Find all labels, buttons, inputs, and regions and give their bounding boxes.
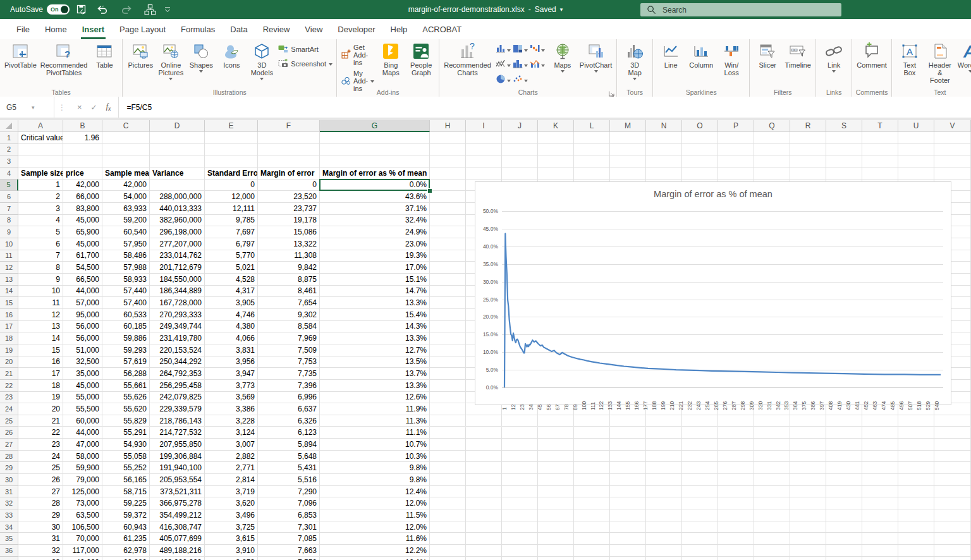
- cell-A30[interactable]: 26: [18, 474, 63, 486]
- cell[interactable]: [430, 309, 466, 321]
- cell[interactable]: [502, 486, 538, 498]
- cell[interactable]: [682, 415, 718, 427]
- cell-E14[interactable]: 4,317: [205, 286, 258, 298]
- cell-C27[interactable]: 54,930: [102, 439, 150, 451]
- cell-D15[interactable]: 167,728,000: [150, 297, 205, 309]
- insert-function-icon[interactable]: fx: [106, 102, 111, 112]
- slicer-button[interactable]: Slicer: [752, 41, 783, 70]
- cell[interactable]: [430, 474, 466, 486]
- cell-A11[interactable]: 7: [18, 250, 63, 262]
- column-header-B[interactable]: B: [63, 120, 102, 132]
- cell[interactable]: [430, 344, 466, 356]
- chevron-down-icon[interactable]: [541, 49, 545, 52]
- cell[interactable]: [430, 545, 466, 557]
- cell[interactable]: [934, 462, 971, 474]
- cell-F20[interactable]: 7,753: [258, 356, 320, 368]
- cell[interactable]: [898, 427, 934, 439]
- cell-D18[interactable]: 231,419,780: [150, 332, 205, 344]
- cell-A7[interactable]: 3: [18, 203, 63, 215]
- cell-G32[interactable]: 12.0%: [320, 497, 430, 509]
- maps-button[interactable]: Maps: [547, 41, 578, 73]
- cell[interactable]: [682, 521, 718, 533]
- cell[interactable]: [574, 155, 610, 167]
- row-header-13[interactable]: 13: [0, 274, 18, 286]
- chevron-down-icon[interactable]: [507, 80, 511, 82]
- row-header-10[interactable]: 10: [0, 238, 18, 250]
- cell[interactable]: [934, 557, 971, 560]
- cell-A6[interactable]: 2: [18, 191, 63, 203]
- cell-E35[interactable]: 3,615: [205, 533, 258, 545]
- cell[interactable]: [538, 486, 574, 498]
- cell[interactable]: [934, 415, 971, 427]
- qat-customize-button[interactable]: [163, 0, 172, 19]
- cell[interactable]: [574, 521, 610, 533]
- row-header-8[interactable]: 8: [0, 215, 18, 227]
- cell[interactable]: [538, 167, 574, 180]
- cell-D23[interactable]: 242,079,825: [150, 392, 205, 404]
- cell-A20[interactable]: 16: [18, 356, 63, 368]
- cell[interactable]: [466, 521, 502, 533]
- cell-D10[interactable]: 277,207,000: [150, 238, 205, 250]
- cell-D7[interactable]: 440,013,333: [150, 203, 205, 215]
- cell[interactable]: [790, 439, 826, 451]
- cell[interactable]: [430, 238, 466, 250]
- column-header-F[interactable]: F: [258, 120, 320, 132]
- cell-E7[interactable]: 12,111: [205, 203, 258, 215]
- cell[interactable]: [574, 415, 610, 427]
- line-button[interactable]: Line: [656, 41, 686, 70]
- cell-E6[interactable]: 12,000: [205, 191, 258, 203]
- cell-E4[interactable]: Standard Error: [205, 167, 258, 180]
- cell[interactable]: [646, 144, 682, 156]
- cell[interactable]: [826, 509, 862, 521]
- cell[interactable]: [934, 497, 971, 509]
- cell-A37[interactable]: 33: [18, 557, 63, 560]
- cell-C20[interactable]: 57,619: [102, 356, 150, 368]
- cell[interactable]: [610, 509, 646, 521]
- cell[interactable]: [718, 509, 754, 521]
- cell-B20[interactable]: 32,500: [63, 356, 102, 368]
- shapes-button[interactable]: Shapes: [186, 41, 216, 73]
- cell[interactable]: [862, 533, 898, 545]
- cell[interactable]: [862, 439, 898, 451]
- cell-A25[interactable]: 21: [18, 415, 63, 427]
- cell-C21[interactable]: 56,288: [102, 368, 150, 380]
- column-button[interactable]: Column: [686, 41, 716, 70]
- cell-A13[interactable]: 9: [18, 274, 63, 286]
- cell[interactable]: [898, 509, 934, 521]
- cell-G33[interactable]: 11.5%: [320, 509, 430, 521]
- cell[interactable]: [790, 533, 826, 545]
- row-header-24[interactable]: 24: [0, 403, 18, 415]
- cell[interactable]: [826, 545, 862, 557]
- cell[interactable]: [538, 155, 574, 167]
- cell[interactable]: [682, 462, 718, 474]
- tab-data[interactable]: Data: [223, 19, 255, 39]
- cell-F8[interactable]: 19,178: [258, 215, 320, 227]
- chart-treemap-button[interactable]: [513, 44, 528, 56]
- row-header-36[interactable]: 36: [0, 545, 18, 557]
- cell[interactable]: [466, 486, 502, 498]
- cell-D6[interactable]: 288,000,000: [150, 191, 205, 203]
- cell-D31[interactable]: 373,521,311: [150, 486, 205, 498]
- cell[interactable]: [790, 451, 826, 463]
- cell-D9[interactable]: 296,198,000: [150, 226, 205, 238]
- cell-A31[interactable]: 27: [18, 486, 63, 498]
- cell[interactable]: [934, 132, 971, 144]
- cell-F30[interactable]: 5,516: [258, 474, 320, 486]
- cell-E27[interactable]: 3,007: [205, 439, 258, 451]
- column-header-G[interactable]: G: [320, 120, 430, 132]
- cell-D21[interactable]: 264,792,353: [150, 368, 205, 380]
- cell-G9[interactable]: 24.9%: [320, 226, 430, 238]
- chevron-down-icon[interactable]: [541, 64, 545, 67]
- cell[interactable]: [502, 439, 538, 451]
- row-header-9[interactable]: 9: [0, 226, 18, 238]
- cell[interactable]: [430, 533, 466, 545]
- cell[interactable]: [538, 462, 574, 474]
- cell[interactable]: [430, 509, 466, 521]
- row-header-21[interactable]: 21: [0, 368, 18, 380]
- cell[interactable]: [934, 521, 971, 533]
- row-header-19[interactable]: 19: [0, 344, 18, 356]
- cell-B10[interactable]: 45,000: [63, 238, 102, 250]
- cell[interactable]: [862, 462, 898, 474]
- cell[interactable]: [610, 415, 646, 427]
- cell[interactable]: [718, 167, 754, 180]
